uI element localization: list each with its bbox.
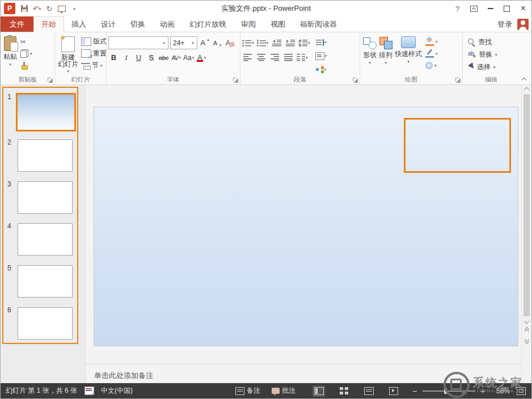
strikethrough-button[interactable]: abc bbox=[158, 52, 169, 63]
maximize-button[interactable] bbox=[499, 1, 515, 16]
slide-indicator[interactable]: 幻灯片 第 1 张，共 6 张 bbox=[6, 386, 77, 396]
zoom-in-button[interactable]: + bbox=[478, 387, 487, 396]
slide-canvas[interactable] bbox=[94, 107, 518, 346]
redo-button[interactable] bbox=[43, 2, 56, 15]
sign-in-link[interactable]: 登录 bbox=[497, 19, 512, 29]
scroll-up-button[interactable] bbox=[522, 85, 531, 94]
increase-font-size-button[interactable]: A bbox=[199, 37, 210, 48]
character-spacing-button[interactable]: AV bbox=[171, 52, 181, 63]
cut-button[interactable] bbox=[20, 37, 32, 46]
font-size-combo[interactable]: 24+ bbox=[170, 36, 197, 49]
shapes-button[interactable]: 形状 bbox=[362, 34, 378, 75]
minimize-button[interactable] bbox=[482, 1, 499, 16]
slideshow-view-button[interactable] bbox=[387, 385, 400, 397]
section-button[interactable]: 节 bbox=[81, 60, 106, 71]
language-indicator[interactable]: 中文(中国) bbox=[101, 386, 133, 396]
notes-pane[interactable]: 单击此处添加备注 bbox=[85, 364, 521, 385]
zoom-slider-thumb[interactable] bbox=[444, 388, 447, 394]
align-center-button[interactable] bbox=[256, 52, 267, 63]
ribbon-display-options-button[interactable] bbox=[466, 1, 482, 16]
paragraph-dialog-launcher[interactable] bbox=[353, 78, 358, 83]
arrange-button[interactable]: 排列 bbox=[378, 34, 394, 75]
spellcheck-icon[interactable] bbox=[85, 387, 94, 395]
layout-button[interactable]: 版式 bbox=[81, 36, 106, 47]
clipboard-dialog-launcher[interactable] bbox=[48, 78, 53, 83]
comments-toggle-button[interactable]: 批注 bbox=[272, 386, 295, 396]
select-button[interactable]: 选择 bbox=[468, 62, 497, 72]
help-button[interactable] bbox=[449, 1, 466, 16]
font-name-combo[interactable] bbox=[108, 36, 168, 49]
previous-slide-button[interactable] bbox=[522, 325, 531, 336]
new-slide-button[interactable]: 新建 幻灯片 bbox=[57, 34, 79, 75]
reading-view-button[interactable] bbox=[362, 385, 375, 397]
text-direction-button[interactable] bbox=[315, 37, 327, 48]
convert-to-smartart-button[interactable] bbox=[315, 64, 327, 75]
slide-6-thumbnail[interactable] bbox=[18, 307, 73, 339]
tab-animations[interactable]: 动画 bbox=[153, 16, 182, 32]
tab-slideshow[interactable]: 幻灯片放映 bbox=[182, 16, 234, 32]
scroll-down-button[interactable] bbox=[522, 316, 531, 325]
replace-button[interactable]: 替换 bbox=[468, 49, 497, 60]
decrease-indent-button[interactable] bbox=[271, 37, 282, 48]
slide-2-thumbnail[interactable] bbox=[18, 139, 73, 172]
tab-insert[interactable]: 插入 bbox=[64, 16, 94, 32]
align-left-button[interactable] bbox=[242, 52, 253, 63]
paste-button[interactable]: 粘贴 bbox=[2, 34, 18, 75]
line-spacing-button[interactable] bbox=[298, 37, 310, 48]
notes-toggle-button[interactable]: 备注 bbox=[235, 386, 260, 396]
align-right-button[interactable] bbox=[269, 52, 280, 63]
increase-indent-button[interactable] bbox=[285, 37, 295, 48]
next-slide-button[interactable] bbox=[522, 336, 531, 346]
scrollbar-thumb[interactable] bbox=[523, 94, 530, 316]
start-slideshow-button[interactable] bbox=[56, 2, 68, 15]
bullets-button[interactable] bbox=[242, 37, 254, 48]
tab-file[interactable]: 文件 bbox=[1, 16, 33, 32]
italic-button[interactable]: I bbox=[121, 52, 132, 63]
align-text-button[interactable] bbox=[315, 50, 327, 61]
vertical-scrollbar[interactable] bbox=[521, 85, 531, 385]
slide-3-thumbnail[interactable] bbox=[18, 181, 73, 214]
text-shadow-button[interactable]: S bbox=[146, 52, 157, 63]
collapse-ribbon-button[interactable] bbox=[521, 77, 527, 81]
slide-thumbnail-panel[interactable]: 1 2 3 4 5 6 bbox=[1, 85, 85, 385]
clear-formatting-button[interactable]: A bbox=[224, 37, 235, 48]
shape-fill-button[interactable] bbox=[425, 37, 438, 46]
zoom-level[interactable]: 58% bbox=[489, 387, 510, 395]
shape-effects-button[interactable] bbox=[425, 61, 438, 70]
slide-5-thumbnail[interactable] bbox=[18, 265, 73, 298]
decrease-font-size-button[interactable]: A bbox=[212, 37, 222, 48]
shape-outline-button[interactable] bbox=[425, 49, 438, 58]
drawing-dialog-launcher[interactable] bbox=[455, 78, 461, 83]
justify-button[interactable] bbox=[283, 52, 294, 63]
copy-button[interactable] bbox=[20, 49, 32, 58]
fit-slide-to-window-button[interactable] bbox=[517, 387, 526, 395]
tab-design[interactable]: 设计 bbox=[94, 16, 123, 32]
slide-sorter-view-button[interactable] bbox=[337, 385, 350, 397]
underline-button[interactable]: U bbox=[133, 52, 144, 63]
normal-view-button[interactable] bbox=[313, 385, 325, 397]
reset-button[interactable]: 重置 bbox=[81, 48, 106, 59]
change-case-button[interactable]: Aa bbox=[183, 52, 194, 63]
notes-placeholder[interactable]: 单击此处添加备注 bbox=[94, 371, 153, 380]
customize-quick-access-button[interactable] bbox=[68, 2, 81, 15]
bold-button[interactable]: B bbox=[108, 52, 119, 63]
tab-foxit-reader[interactable]: 福昕阅读器 bbox=[293, 16, 344, 32]
undo-button[interactable] bbox=[31, 2, 43, 15]
format-painter-button[interactable] bbox=[20, 61, 32, 70]
find-button[interactable]: 查找 bbox=[468, 37, 497, 47]
quick-styles-button[interactable]: 快速样式 bbox=[394, 34, 423, 75]
tab-review[interactable]: 审阅 bbox=[234, 16, 263, 32]
tab-home[interactable]: 开始 bbox=[33, 16, 64, 32]
zoom-out-button[interactable]: − bbox=[410, 387, 419, 396]
user-avatar-icon[interactable] bbox=[517, 19, 529, 30]
zoom-slider[interactable] bbox=[423, 387, 475, 395]
slide-4-thumbnail[interactable] bbox=[18, 223, 73, 256]
save-button[interactable] bbox=[18, 2, 31, 15]
font-color-button[interactable]: A bbox=[196, 52, 206, 63]
close-button[interactable] bbox=[515, 1, 531, 16]
tab-transitions[interactable]: 切换 bbox=[123, 16, 153, 32]
tab-view[interactable]: 视图 bbox=[263, 16, 293, 32]
slide-1-thumbnail[interactable] bbox=[16, 93, 76, 131]
numbering-button[interactable] bbox=[257, 37, 269, 48]
font-dialog-launcher[interactable] bbox=[233, 78, 238, 83]
